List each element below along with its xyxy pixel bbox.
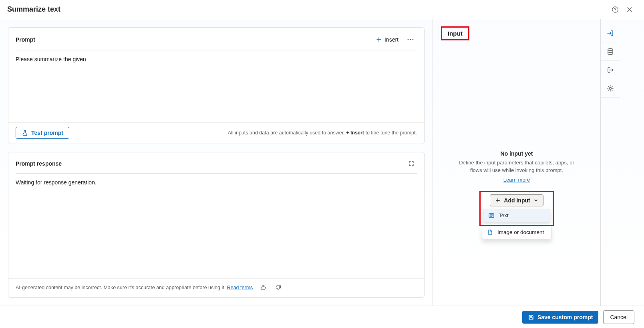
add-input-button[interactable]: Add input xyxy=(490,194,543,206)
svg-point-7 xyxy=(609,87,611,89)
text-icon xyxy=(488,212,495,219)
response-card: Prompt response Waiting for response gen… xyxy=(8,152,425,298)
close-icon[interactable] xyxy=(622,2,637,17)
prompt-editor[interactable]: Please summarize the given xyxy=(8,50,424,122)
header: Summarize text xyxy=(0,0,644,19)
svg-point-2 xyxy=(408,39,409,40)
more-options-button[interactable] xyxy=(404,33,417,46)
page-title: Summarize text xyxy=(7,5,60,14)
document-icon xyxy=(487,229,493,236)
rail-settings-icon[interactable] xyxy=(601,79,620,98)
insert-button[interactable]: Insert xyxy=(372,34,402,45)
svg-point-4 xyxy=(413,39,414,40)
chevron-down-icon xyxy=(533,198,538,203)
no-input-title: No input yet xyxy=(441,150,592,157)
input-panel: Input No input yet Define the input para… xyxy=(433,19,600,306)
input-tab[interactable]: Input xyxy=(441,26,469,40)
thumbs-up-icon[interactable] xyxy=(258,283,268,292)
cancel-button[interactable]: Cancel xyxy=(603,310,634,324)
read-terms-link[interactable]: Read terms xyxy=(227,285,253,290)
prompt-card-title: Prompt xyxy=(16,36,35,43)
insert-button-label: Insert xyxy=(384,36,398,43)
option-label: Image or document xyxy=(497,229,544,235)
right-rail xyxy=(600,19,620,306)
response-body: Waiting for response generation. xyxy=(8,174,424,278)
test-prompt-label: Test prompt xyxy=(31,130,63,136)
test-prompt-button[interactable]: Test prompt xyxy=(16,127,69,139)
prompt-footer-note: All inputs and data are automatically us… xyxy=(228,130,417,136)
save-button-label: Save custom prompt xyxy=(537,314,593,320)
rail-input-icon[interactable] xyxy=(601,24,620,42)
svg-point-1 xyxy=(615,11,615,11)
rail-output-icon[interactable] xyxy=(601,61,620,79)
footer: Save custom prompt Cancel xyxy=(0,306,644,328)
svg-point-3 xyxy=(410,39,411,40)
thumbs-down-icon[interactable] xyxy=(274,283,283,292)
no-input-description: Define the input parameters that copilot… xyxy=(459,159,575,174)
option-label: Text xyxy=(499,212,509,218)
beaker-icon xyxy=(22,130,28,136)
plus-icon xyxy=(495,198,501,203)
prompt-card: Prompt Insert Please summarize the given xyxy=(8,27,425,144)
learn-more-link[interactable]: Learn more xyxy=(503,177,530,183)
cancel-button-label: Cancel xyxy=(610,314,628,320)
add-input-label: Add input xyxy=(504,197,530,204)
svg-point-6 xyxy=(608,48,613,50)
save-icon xyxy=(528,314,534,320)
add-input-option-text[interactable]: Text xyxy=(483,209,550,222)
response-card-title: Prompt response xyxy=(16,160,62,167)
help-icon[interactable] xyxy=(608,2,622,17)
expand-icon[interactable] xyxy=(406,158,417,169)
rail-data-icon[interactable] xyxy=(601,42,620,61)
response-disclaimer: AI-generated content may be incorrect. M… xyxy=(16,285,253,290)
save-button[interactable]: Save custom prompt xyxy=(522,311,598,324)
add-input-option-image-doc[interactable]: Image or document xyxy=(482,226,551,239)
plus-icon xyxy=(376,36,382,43)
